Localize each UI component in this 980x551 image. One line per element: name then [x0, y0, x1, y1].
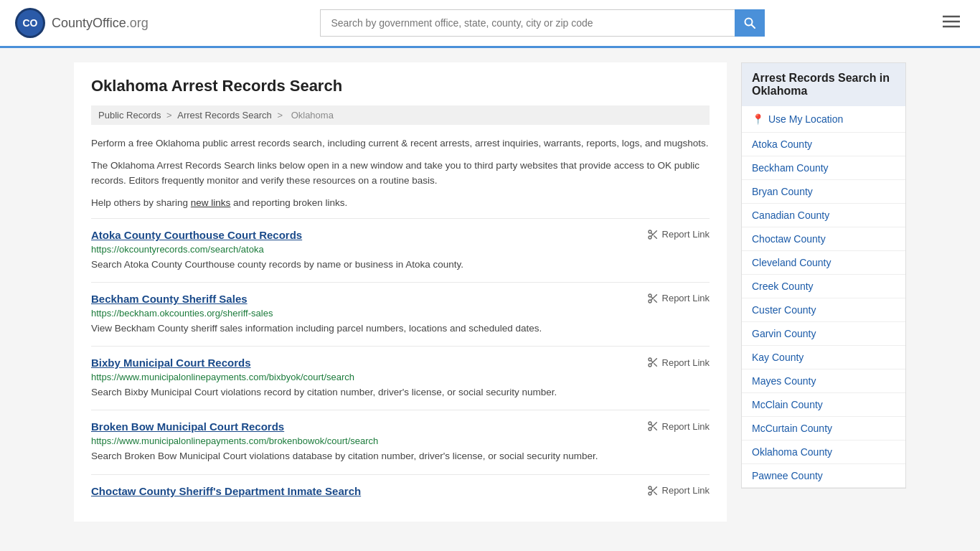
sidebar-county-item: Choctaw County — [742, 227, 905, 251]
scissors-icon — [647, 229, 659, 240]
logo-name: CountyOffice — [52, 16, 126, 30]
search-input[interactable] — [320, 9, 735, 37]
logo[interactable]: CO CountyOffice.org — [14, 7, 149, 39]
sidebar-county-item: Custer County — [742, 298, 905, 322]
scissors-icon — [647, 420, 659, 432]
sidebar: Arrest Records Search in Oklahoma 📍 Use … — [741, 62, 906, 522]
record-header: Beckham County Sheriff Sales Report Link — [91, 293, 710, 305]
scissors-icon — [647, 485, 659, 496]
search-button[interactable] — [735, 9, 765, 37]
record-item: Broken Bow Municipal Court Records Repor… — [91, 410, 710, 474]
county-link[interactable]: Canadian County — [742, 204, 905, 227]
record-title[interactable]: Atoka County Courthouse Court Records — [91, 229, 302, 241]
county-link[interactable]: Custer County — [742, 298, 905, 321]
svg-line-27 — [651, 425, 653, 427]
report-link-button[interactable]: Report Link — [647, 420, 710, 432]
logo-suffix: .org — [126, 16, 149, 30]
record-header: Broken Bow Municipal Court Records Repor… — [91, 420, 710, 433]
report-link-button[interactable]: Report Link — [647, 229, 710, 240]
sidebar-county-item: Canadian County — [742, 204, 905, 227]
county-link[interactable]: Creek County — [742, 275, 905, 298]
hamburger-icon — [943, 15, 960, 28]
main-content: Oklahoma Arrest Records Search Public Re… — [74, 62, 727, 522]
county-link[interactable]: Beckham County — [742, 156, 905, 179]
record-url[interactable]: https://beckham.okcounties.org/sheriff-s… — [91, 308, 710, 319]
use-my-location[interactable]: 📍 Use My Location — [742, 106, 905, 133]
svg-line-32 — [651, 489, 653, 491]
svg-text:CO: CO — [23, 17, 38, 29]
logo-text: CountyOffice.org — [52, 16, 149, 31]
report-link-button[interactable]: Report Link — [647, 485, 710, 496]
record-item: Bixby Municipal Court Records Report Lin… — [91, 346, 710, 410]
record-title[interactable]: Beckham County Sheriff Sales — [91, 293, 248, 305]
county-link[interactable]: Choctaw County — [742, 227, 905, 250]
record-url[interactable]: https://okcountyrecords.com/search/atoka — [91, 244, 710, 255]
record-desc: Search Atoka County Courthouse county re… — [91, 258, 710, 272]
breadcrumb-public-records[interactable]: Public Records — [98, 110, 161, 121]
record-header: Bixby Municipal Court Records Report Lin… — [91, 357, 710, 369]
svg-line-22 — [651, 361, 653, 363]
description-2: The Oklahoma Arrest Records Search links… — [91, 159, 710, 189]
record-header: Atoka County Courthouse Court Records Re… — [91, 229, 710, 241]
record-url[interactable]: https://www.municipalonlinepayments.com/… — [91, 435, 710, 446]
header-right — [937, 11, 966, 35]
county-link[interactable]: McClain County — [742, 393, 905, 416]
county-link[interactable]: Oklahoma County — [742, 441, 905, 463]
sidebar-county-item: McClain County — [742, 393, 905, 417]
county-link[interactable]: Kay County — [742, 346, 905, 369]
scissors-icon — [647, 293, 659, 304]
record-header: Choctaw County Sheriff's Department Inma… — [91, 485, 710, 497]
use-my-location-label: Use My Location — [768, 113, 843, 125]
sidebar-county-item: McCurtain County — [742, 417, 905, 441]
record-title[interactable]: Choctaw County Sheriff's Department Inma… — [91, 485, 361, 497]
sidebar-county-item: Atoka County — [742, 133, 905, 156]
pin-icon: 📍 — [752, 113, 764, 125]
county-list: Atoka CountyBeckham CountyBryan CountyCa… — [742, 133, 905, 488]
record-title[interactable]: Bixby Municipal Court Records — [91, 357, 251, 369]
sidebar-county-item: Bryan County — [742, 180, 905, 204]
record-item: Choctaw County Sheriff's Department Inma… — [91, 474, 710, 507]
breadcrumb-oklahoma: Oklahoma — [291, 110, 334, 121]
sidebar-county-item: Kay County — [742, 346, 905, 369]
breadcrumb: Public Records > Arrest Records Search >… — [91, 105, 710, 125]
report-link-button[interactable]: Report Link — [647, 293, 710, 304]
breadcrumb-sep1: > — [166, 110, 174, 121]
logo-icon: CO — [14, 7, 46, 39]
site-header: CO CountyOffice.org — [0, 0, 980, 48]
sidebar-box: Arrest Records Search in Oklahoma 📍 Use … — [741, 62, 906, 489]
desc3-post: and reporting broken links. — [230, 197, 347, 208]
county-link[interactable]: Garvin County — [742, 322, 905, 345]
county-link[interactable]: Cleveland County — [742, 251, 905, 274]
search-bar — [320, 9, 765, 37]
record-url[interactable]: https://www.municipalonlinepayments.com/… — [91, 372, 710, 382]
record-item: Atoka County Courthouse Court Records Re… — [91, 218, 710, 282]
county-link[interactable]: Atoka County — [742, 133, 905, 156]
county-link[interactable]: McCurtain County — [742, 417, 905, 440]
sidebar-county-item: Mayes County — [742, 369, 905, 393]
sidebar-county-item: Oklahoma County — [742, 441, 905, 464]
county-link[interactable]: Pawnee County — [742, 464, 905, 487]
scissors-icon — [647, 357, 659, 368]
sidebar-county-item: Garvin County — [742, 322, 905, 346]
page-wrapper: Oklahoma Arrest Records Search Public Re… — [60, 48, 920, 536]
breadcrumb-arrest-records[interactable]: Arrest Records Search — [177, 110, 272, 121]
sidebar-county-item: Creek County — [742, 275, 905, 298]
svg-line-21 — [654, 364, 656, 367]
new-links-link[interactable]: new links — [191, 197, 231, 208]
desc3-pre: Help others by sharing — [91, 197, 191, 208]
record-title[interactable]: Broken Bow Municipal Court Records — [91, 420, 284, 433]
sidebar-title: Arrest Records Search in Oklahoma — [742, 63, 905, 106]
svg-line-11 — [654, 235, 656, 238]
search-icon — [744, 17, 755, 29]
svg-line-31 — [654, 491, 656, 494]
menu-button[interactable] — [937, 11, 966, 35]
county-link[interactable]: Mayes County — [742, 369, 905, 392]
description-3: Help others by sharing new links and rep… — [91, 196, 710, 211]
county-link[interactable]: Bryan County — [742, 180, 905, 203]
report-link-button[interactable]: Report Link — [647, 357, 710, 368]
description-1: Perform a free Oklahoma public arrest re… — [91, 136, 710, 151]
sidebar-county-item: Pawnee County — [742, 464, 905, 488]
svg-line-12 — [651, 232, 653, 235]
sidebar-county-item: Beckham County — [742, 156, 905, 180]
records-list: Atoka County Courthouse Court Records Re… — [91, 218, 710, 507]
